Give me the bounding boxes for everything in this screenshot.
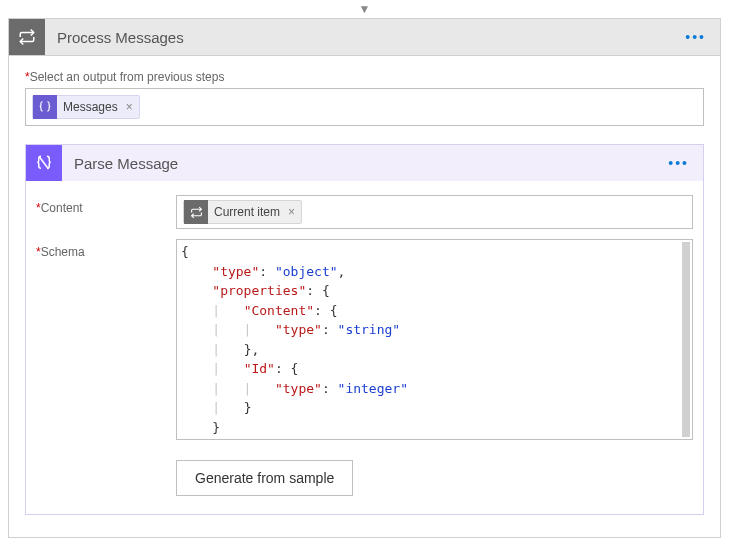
process-messages-card: Process Messages ••• *Select an output f…	[8, 18, 721, 538]
output-token-input[interactable]: Messages ×	[25, 88, 704, 126]
content-field-row: *Content Current item ×	[36, 195, 693, 229]
remove-token-icon[interactable]: ×	[126, 100, 133, 114]
schema-label: *Schema	[36, 239, 176, 259]
schema-textarea[interactable]: { "type": "object", "properties": { | "C…	[176, 239, 693, 440]
process-messages-title: Process Messages	[45, 29, 671, 46]
parse-message-header[interactable]: Parse Message •••	[26, 145, 703, 181]
current-item-label: Current item	[214, 205, 280, 219]
current-item-token[interactable]: Current item ×	[183, 200, 302, 224]
content-label: *Content	[36, 195, 176, 215]
process-messages-header[interactable]: Process Messages •••	[9, 19, 720, 56]
loop-icon	[184, 200, 208, 224]
card-menu-icon[interactable]: •••	[671, 29, 720, 45]
loop-icon	[9, 19, 45, 55]
flow-arrow-down-icon: ▼	[0, 0, 729, 18]
schema-label-text: Schema	[41, 245, 85, 259]
content-input[interactable]: Current item ×	[176, 195, 693, 229]
card-menu-icon[interactable]: •••	[654, 155, 703, 171]
messages-token-label: Messages	[63, 100, 118, 114]
messages-token[interactable]: Messages ×	[32, 95, 140, 119]
parse-message-body: *Content Current item ×	[26, 181, 703, 514]
generate-from-sample-button[interactable]: Generate from sample	[176, 460, 353, 496]
output-from-previous-label: *Select an output from previous steps	[25, 70, 704, 84]
output-label-text: Select an output from previous steps	[30, 70, 225, 84]
content-label-text: Content	[41, 201, 83, 215]
remove-token-icon[interactable]: ×	[288, 205, 295, 219]
parse-message-title: Parse Message	[62, 155, 654, 172]
svg-line-0	[40, 157, 49, 169]
parse-message-card: Parse Message ••• *Content Current item	[25, 144, 704, 515]
schema-field-row: *Schema { "type": "object", "properties"…	[36, 239, 693, 440]
parse-json-icon	[26, 145, 62, 181]
process-messages-body: *Select an output from previous steps Me…	[9, 56, 720, 537]
braces-icon	[33, 95, 57, 119]
